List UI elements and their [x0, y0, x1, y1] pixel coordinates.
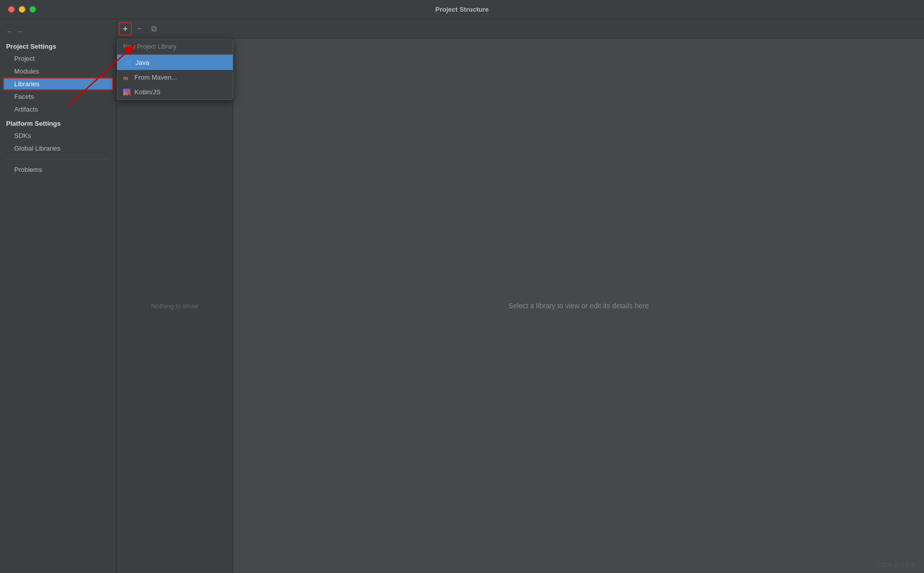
sidebar-item-libraries[interactable]: Libraries	[3, 78, 113, 90]
platform-settings-header: Platform Settings	[0, 116, 116, 129]
project-settings-header: Project Settings	[0, 39, 116, 52]
svg-text:m: m	[123, 75, 128, 81]
sidebar-divider	[6, 159, 110, 159]
sidebar-item-facets[interactable]: Facets	[0, 90, 116, 103]
minimize-button[interactable]	[19, 6, 25, 13]
split-pane: Nothing to show Select a library to view…	[117, 39, 924, 573]
sidebar-item-problems[interactable]: Problems	[0, 163, 116, 176]
dropdown-item-java[interactable]: Java	[117, 55, 233, 70]
copy-library-button[interactable]: ⧉	[147, 22, 160, 35]
dropdown-header: New Project Library	[117, 39, 233, 55]
right-pane: Select a library to view or edit its det…	[233, 39, 924, 573]
titlebar: Project Structure	[0, 0, 924, 19]
content-area: + − ⧉ New Project Library Java	[117, 19, 924, 573]
add-library-button[interactable]: +	[119, 22, 132, 35]
nothing-to-show-label: Nothing to show	[151, 302, 198, 310]
sidebar-item-global-libraries[interactable]: Global Libraries	[0, 142, 116, 155]
back-arrow[interactable]: ←	[6, 27, 13, 35]
sidebar-item-sdks[interactable]: SDKs	[0, 129, 116, 142]
maximize-button[interactable]	[29, 6, 36, 13]
maven-icon: m	[123, 74, 130, 81]
sidebar-item-project[interactable]: Project	[0, 52, 116, 65]
new-library-dropdown: New Project Library Java	[117, 39, 233, 100]
main-layout: ← → Project Settings Project Modules Lib…	[0, 19, 924, 573]
sidebar-item-modules[interactable]: Modules	[0, 65, 116, 78]
select-library-hint: Select a library to view or edit its det…	[508, 302, 649, 310]
java-icon	[123, 58, 131, 66]
watermark: CSDN @@素素-	[876, 561, 918, 569]
remove-library-button[interactable]: −	[133, 22, 146, 35]
svg-text:JS: JS	[124, 92, 128, 96]
sidebar-item-artifacts[interactable]: Artifacts	[0, 103, 116, 116]
close-button[interactable]	[8, 6, 15, 13]
forward-arrow[interactable]: →	[16, 27, 23, 35]
left-pane: Nothing to show	[117, 39, 233, 573]
toolbar-strip: + − ⧉ New Project Library Java	[117, 19, 924, 39]
sidebar: ← → Project Settings Project Modules Lib…	[0, 19, 117, 573]
dropdown-item-kotlin-js[interactable]: JS Kotlin/JS	[117, 85, 233, 99]
dropdown-item-from-maven[interactable]: m From Maven...	[117, 70, 233, 85]
window-title: Project Structure	[435, 6, 488, 13]
sidebar-nav: ← →	[0, 24, 116, 39]
window-controls	[8, 6, 36, 13]
kotlin-icon: JS	[123, 89, 130, 96]
